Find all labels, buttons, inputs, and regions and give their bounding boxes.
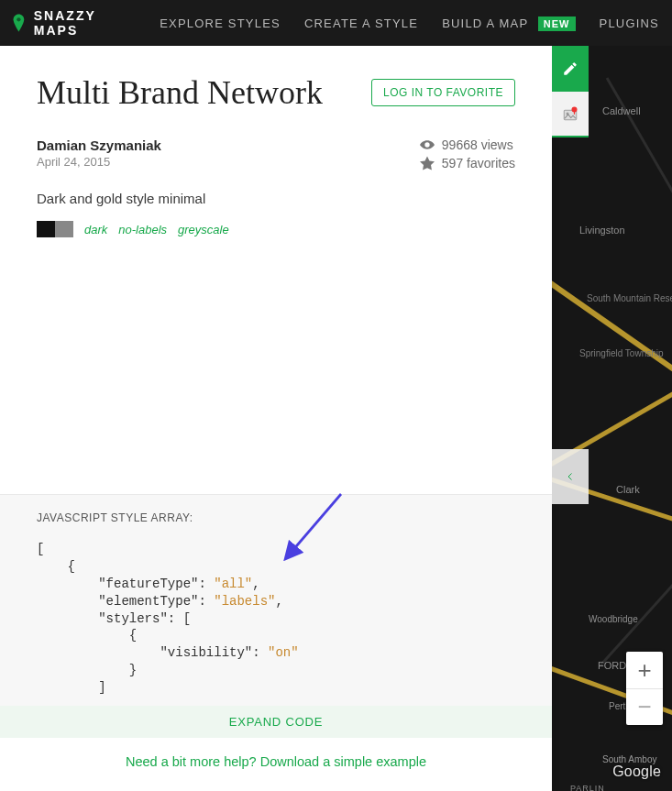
svg-point-0 bbox=[17, 17, 20, 21]
tag-dark[interactable]: dark bbox=[84, 223, 107, 236]
views-count: 99668 views bbox=[442, 137, 513, 152]
style-description: Dark and gold style minimal bbox=[37, 191, 515, 206]
page-title: Multi Brand Network bbox=[37, 73, 323, 112]
nav-plugins[interactable]: PLUGINS bbox=[600, 16, 659, 30]
map-label: Woodbridge bbox=[589, 614, 638, 624]
chevron-left-icon bbox=[565, 471, 576, 482]
nav-create-style[interactable]: CREATE A STYLE bbox=[304, 16, 418, 30]
tag-greyscale[interactable]: greyscale bbox=[178, 223, 229, 236]
favorites-count: 597 favorites bbox=[442, 156, 515, 170]
map-label: PARLIN bbox=[570, 784, 605, 791]
brand-name: SNAZZY MAPS bbox=[34, 8, 136, 38]
swatch-grey bbox=[55, 221, 73, 237]
author-name[interactable]: Damian Szymaniak bbox=[37, 137, 161, 153]
edit-style-button[interactable] bbox=[552, 46, 589, 92]
tags-row: dark no-labels greyscale bbox=[37, 221, 515, 237]
nav-explore-styles[interactable]: EXPLORE STYLES bbox=[160, 16, 281, 30]
nav-build-map-label: BUILD A MAP bbox=[442, 16, 528, 30]
zoom-out-button[interactable]: − bbox=[626, 688, 663, 725]
map-label: Caldwell bbox=[602, 105, 641, 116]
collapse-panel-button[interactable] bbox=[552, 449, 589, 504]
pencil-icon bbox=[562, 60, 578, 77]
zoom-in-button[interactable]: + bbox=[626, 652, 663, 688]
eye-icon bbox=[420, 137, 435, 152]
map-label: Springfield Township bbox=[579, 348, 662, 358]
map-label: Livingston bbox=[579, 225, 625, 236]
add-marker-button[interactable] bbox=[552, 92, 589, 137]
download-example-link[interactable]: Need a bit more help? Download a simple … bbox=[0, 738, 552, 791]
publish-date: April 24, 2015 bbox=[37, 155, 161, 169]
color-swatches bbox=[37, 221, 73, 237]
nav-build-map[interactable]: BUILD A MAP NEW bbox=[442, 16, 575, 30]
expand-code-button[interactable]: EXPAND CODE bbox=[0, 706, 552, 738]
style-detail-pane: Multi Brand Network LOG IN TO FAVORITE D… bbox=[0, 46, 552, 791]
style-stats: 99668 views 597 favorites bbox=[420, 137, 515, 174]
code-label: JAVASCRIPT STYLE ARRAY: bbox=[37, 511, 515, 524]
map-pin-icon bbox=[13, 13, 25, 33]
author-block: Damian Szymaniak April 24, 2015 bbox=[37, 137, 161, 174]
star-icon bbox=[420, 156, 435, 170]
new-badge: NEW bbox=[538, 16, 576, 31]
zoom-control: + − bbox=[626, 652, 663, 725]
map-label: South Mountain Reservation bbox=[587, 293, 669, 303]
svg-point-3 bbox=[572, 107, 578, 113]
swatch-dark bbox=[37, 221, 55, 237]
google-logo: Google bbox=[612, 764, 661, 780]
tag-no-labels[interactable]: no-labels bbox=[118, 223, 167, 236]
style-json-code[interactable]: [ { "featureType": "all", "elementType":… bbox=[37, 541, 515, 706]
code-area: JAVASCRIPT STYLE ARRAY: [ { "featureType… bbox=[0, 494, 552, 791]
svg-rect-4 bbox=[574, 112, 575, 115]
marker-image-icon bbox=[562, 105, 578, 122]
brand-logo[interactable]: SNAZZY MAPS bbox=[13, 8, 136, 38]
map-label: Clark bbox=[616, 484, 640, 495]
top-nav: SNAZZY MAPS EXPLORE STYLES CREATE A STYL… bbox=[0, 0, 672, 46]
login-to-favorite-button[interactable]: LOG IN TO FAVORITE bbox=[371, 79, 515, 106]
map-tool-stack bbox=[552, 46, 589, 137]
